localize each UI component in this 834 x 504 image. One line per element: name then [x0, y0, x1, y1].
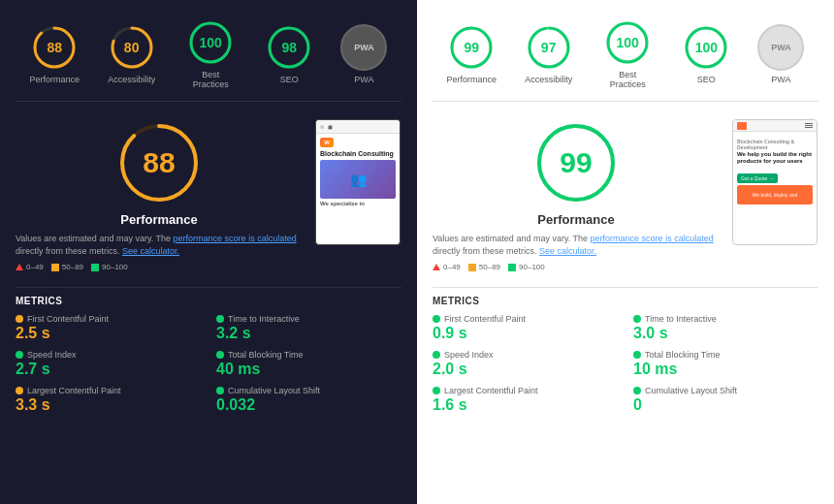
right-performance-score: 99	[465, 40, 480, 55]
metric-fcp: First Contentful Paint 2.5 s	[16, 314, 201, 342]
right-seo-score: 100	[695, 40, 718, 55]
accessibility-circle: 80	[109, 24, 155, 71]
left-perf-label: Performance	[16, 212, 303, 227]
metric-tbt-value: 40 ms	[216, 361, 401, 378]
left-screenshot-section: ◼ W Blockchain Consulting 👥 We specializ…	[314, 111, 401, 275]
metric-lcp-dot	[16, 387, 23, 394]
right-score-accessibility[interactable]: 97 Accessibility	[525, 24, 572, 84]
right-metric-cls: Cumulative Layout Shift 0	[633, 386, 818, 414]
right-legend-orange-dot	[468, 264, 476, 271]
right-metrics-divider	[433, 287, 818, 288]
metric-tbt: Total Blocking Time 40 ms	[216, 350, 401, 378]
legend-green-dot	[91, 264, 99, 271]
right-metric-si-value: 2.0 s	[433, 361, 618, 378]
right-metric-fcp-name: First Contentful Paint	[433, 314, 618, 324]
right-score-seo[interactable]: 100 SEO	[683, 24, 729, 84]
performance-label: Performance	[30, 75, 80, 84]
left-score-best-practices[interactable]: 100 Best Practices	[183, 19, 238, 89]
metric-si-value: 2.7 s	[16, 361, 201, 378]
right-score-pwa[interactable]: PWA PWA	[757, 24, 804, 84]
right-score-best-practices[interactable]: 100 Best Practices	[600, 19, 655, 89]
left-big-score-circle: 88	[115, 119, 203, 206]
metric-cls: Cumulative Layout Shift 0.032	[216, 386, 401, 414]
right-browser-bar	[733, 120, 817, 132]
right-legend: 0–49 50–89 90–100	[433, 263, 720, 271]
right-screenshot-section: Blockchain Consulting & Development We h…	[731, 111, 818, 275]
right-metrics-title: METRICS	[433, 296, 818, 306]
right-panel: 99 Performance 97 Accessibility 100 Best…	[417, 0, 834, 504]
legend-red: 0–49	[16, 263, 44, 271]
browser-icon: ◼	[328, 123, 333, 130]
right-perf-desc: Values are estimated and may vary. The p…	[433, 233, 720, 257]
right-metric-si-name: Speed Index	[433, 350, 618, 360]
best-practices-label: Best Practices	[183, 70, 238, 89]
right-legend-green: 90–100	[508, 263, 545, 271]
legend-red-range: 0–49	[26, 263, 44, 271]
left-main-score-section: 88 Performance Values are estimated and …	[16, 111, 303, 275]
right-perf-score-link[interactable]: performance score is calculated	[591, 234, 714, 243]
sc-image: 👥	[320, 160, 396, 199]
right-legend-green-dot	[508, 264, 516, 271]
left-metrics-grid: First Contentful Paint 2.5 s Time to Int…	[16, 314, 401, 414]
metric-lcp-name: Largest Contentful Paint	[16, 386, 201, 395]
metric-tti-dot	[216, 315, 224, 323]
right-metric-lcp: Largest Contentful Paint 1.6 s	[433, 386, 618, 414]
calc-link[interactable]: See calculator.	[122, 246, 179, 256]
right-sc-cta-btn[interactable]: Get a Quote →	[737, 173, 778, 183]
right-performance-label: Performance	[447, 75, 497, 84]
left-metrics-section: METRICS First Contentful Paint 2.5 s Tim…	[16, 287, 401, 414]
right-metric-tbt-name: Total Blocking Time	[633, 350, 818, 360]
metric-tti: Time to Interactive 3.2 s	[216, 314, 401, 342]
right-sc-logo-icon	[737, 122, 747, 130]
right-calc-link[interactable]: See calculator.	[539, 246, 596, 256]
accessibility-label: Accessibility	[108, 75, 155, 84]
right-perf-label: Performance	[433, 212, 720, 227]
left-perf-desc: Values are estimated and may vary. The p…	[16, 233, 303, 257]
right-seo-circle: 100	[683, 24, 729, 71]
pwa-circle: PWA	[340, 24, 387, 71]
metric-tti-name: Time to Interactive	[216, 314, 401, 324]
left-legend: 0–49 50–89 90–100	[16, 263, 303, 271]
left-score-performance[interactable]: 88 Performance	[30, 24, 80, 84]
right-sc-bottom-bar: We build, deploy and	[737, 185, 813, 205]
metric-fcp-dot	[16, 315, 23, 323]
right-metric-tti: Time to Interactive 3.0 s	[633, 314, 818, 342]
right-best-practices-circle: 100	[604, 19, 651, 66]
metric-si: Speed Index 2.7 s	[16, 350, 201, 378]
right-metric-tti-value: 3.0 s	[633, 325, 818, 342]
metric-tbt-dot	[216, 351, 224, 359]
right-metric-tbt-dot	[633, 351, 641, 359]
right-main-content: 99 Performance Values are estimated and …	[433, 111, 818, 275]
best-practices-circle: 100	[187, 19, 234, 66]
right-metrics-grid: First Contentful Paint 0.9 s Time to Int…	[433, 314, 818, 414]
right-big-score-value: 99	[560, 146, 592, 179]
right-metric-lcp-dot	[433, 387, 440, 394]
metrics-divider	[16, 287, 401, 288]
right-metric-tbt: Total Blocking Time 10 ms	[633, 350, 818, 378]
left-score-pwa[interactable]: PWA PWA	[340, 24, 387, 84]
legend-orange-range: 50–89	[62, 263, 83, 271]
right-big-score-circle: 99	[532, 119, 620, 206]
left-score-accessibility[interactable]: 80 Accessibility	[108, 24, 155, 84]
left-metrics-title: METRICS	[16, 296, 401, 306]
legend-triangle-icon	[16, 264, 23, 270]
right-best-practices-label: Best Practices	[600, 70, 655, 89]
screenshot-header-bar: ◼	[316, 120, 400, 134]
right-accessibility-label: Accessibility	[525, 75, 572, 84]
sc-logo-bar: W	[320, 138, 396, 147]
right-score-performance[interactable]: 99 Performance	[447, 24, 497, 84]
right-screenshot-box: Blockchain Consulting & Development We h…	[732, 119, 818, 245]
left-score-seo[interactable]: 98 SEO	[266, 24, 312, 84]
right-metric-tti-name: Time to Interactive	[633, 314, 818, 324]
legend-orange: 50–89	[51, 263, 83, 271]
right-metric-fcp-value: 0.9 s	[433, 325, 618, 342]
metric-cls-value: 0.032	[216, 396, 401, 414]
sc-people-icon: 👥	[350, 172, 367, 187]
browser-dot-1	[320, 125, 324, 129]
metric-fcp-name: First Contentful Paint	[16, 314, 201, 324]
seo-label: SEO	[280, 75, 299, 84]
right-legend-triangle-icon	[433, 264, 440, 270]
perf-score-link[interactable]: performance score is calculated	[174, 234, 297, 243]
right-metric-si-dot	[433, 351, 440, 359]
left-main-content: 88 Performance Values are estimated and …	[16, 111, 401, 275]
